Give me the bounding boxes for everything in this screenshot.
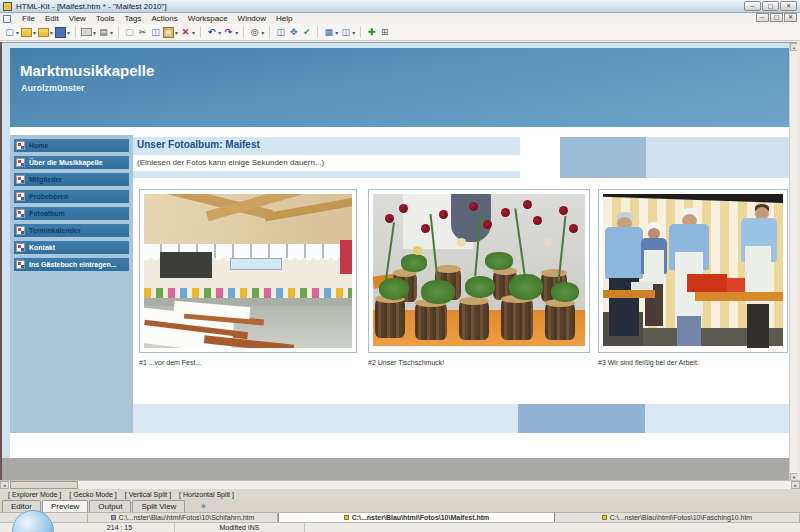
- delete-button[interactable]: ✕▾: [180, 25, 195, 39]
- minimize-button[interactable]: ─: [744, 1, 761, 11]
- vertical-scrollbar[interactable]: ▲ ▼: [789, 43, 797, 480]
- menu-workspace[interactable]: Workspace: [183, 14, 233, 23]
- sidebar-item-label: Über die Musikkapelle: [29, 159, 103, 166]
- print-button[interactable]: ▾: [81, 25, 96, 39]
- broken-image-icon: [16, 175, 25, 184]
- table-grid-button[interactable]: ⊞: [379, 25, 390, 39]
- chevron-down-icon[interactable]: ▾: [261, 29, 264, 36]
- open-file-button[interactable]: ▾: [21, 25, 36, 39]
- toolbar-separator: [75, 26, 76, 38]
- preview-file-icon: ▤: [98, 27, 109, 38]
- page-title: Unser Fotoalbum: Maifest: [137, 139, 260, 150]
- broken-image-icon: [16, 260, 25, 269]
- move-button[interactable]: ✥: [288, 25, 299, 39]
- menu-tools[interactable]: Tools: [91, 14, 120, 23]
- menu-view[interactable]: View: [64, 14, 91, 23]
- split-columns-button[interactable]: ◫: [275, 25, 286, 39]
- menu-bar: File Edit View Tools Tags Actions Worksp…: [0, 13, 800, 24]
- tab-split-view[interactable]: Split View: [132, 500, 185, 512]
- chevron-down-icon[interactable]: ▾: [352, 29, 355, 36]
- broken-image-icon: [16, 243, 25, 252]
- close-button[interactable]: ✕: [780, 1, 797, 11]
- mdi-minimize-button[interactable]: ─: [756, 13, 769, 22]
- photo-art: [509, 274, 543, 300]
- add-button[interactable]: ✚: [366, 25, 377, 39]
- sidebar-item-kontakt[interactable]: Kontakt: [13, 240, 130, 255]
- open-recent-button[interactable]: ▾: [38, 25, 53, 39]
- menu-actions[interactable]: Actions: [146, 14, 182, 23]
- photo-art: [569, 224, 578, 233]
- delete-x-icon: ✕: [180, 27, 191, 38]
- chevron-down-icon[interactable]: ▾: [218, 29, 221, 36]
- maximize-button[interactable]: ▢: [762, 1, 779, 11]
- scroll-left-icon[interactable]: ◄: [0, 481, 9, 489]
- validate-button[interactable]: ✔: [301, 25, 312, 39]
- sidebar-item-terminkalender[interactable]: Terminkalender: [13, 223, 130, 238]
- file-tab-fasching[interactable]: C:\...nster\Blau\html\Fotos\10\Fasching1…: [555, 513, 800, 522]
- photo-art: [603, 290, 655, 298]
- gecko-mode-link[interactable]: [ Gecko Mode ]: [69, 491, 116, 498]
- check-icon: ✔: [301, 27, 312, 38]
- sidebar-item-mitglieder[interactable]: Mitglieder: [13, 172, 130, 187]
- scroll-up-icon[interactable]: ▲: [790, 43, 797, 51]
- photo-frame-2[interactable]: [368, 189, 590, 353]
- horizontal-scrollbar[interactable]: ◄ ►: [0, 480, 800, 489]
- new-document-button[interactable]: ▢▾: [4, 25, 19, 39]
- chevron-down-icon[interactable]: ▾: [235, 29, 238, 36]
- photo-art: [340, 240, 352, 274]
- scroll-right-icon[interactable]: ►: [791, 481, 800, 489]
- photo-art: [543, 238, 552, 247]
- redo-button[interactable]: ↷▾: [223, 25, 238, 39]
- paste-button[interactable]: ▤▾: [163, 25, 178, 39]
- file-path: C:\...nster\Blau\html\Fotos\10\Fasching1…: [610, 514, 752, 521]
- vertical-split-link[interactable]: [ Vertical Split ]: [125, 491, 171, 498]
- sidebar-item-ueber[interactable]: Über die Musikkapelle: [13, 155, 130, 170]
- chevron-down-icon[interactable]: ▾: [93, 29, 96, 36]
- menu-help[interactable]: Help: [271, 14, 297, 23]
- chevron-down-icon[interactable]: ▾: [33, 29, 36, 36]
- browser-panels-button[interactable]: ◫▾: [340, 25, 355, 39]
- cut-button[interactable]: ✂: [137, 25, 148, 39]
- find-button[interactable]: ◎▾: [249, 25, 264, 39]
- blank-page-button[interactable]: ▢: [124, 25, 135, 39]
- sidebar-item-fotoalbum[interactable]: Fotoalbum: [13, 206, 130, 221]
- open-folder-icon: [21, 28, 32, 37]
- chevron-down-icon[interactable]: ▾: [335, 29, 338, 36]
- refresh-preview-icon[interactable]: ✳: [200, 502, 207, 511]
- tab-output[interactable]: Output: [89, 500, 131, 512]
- save-button[interactable]: ▾: [55, 25, 70, 39]
- file-tab-schifahrn[interactable]: C:\...nster\Blau\html\Fotos\10\Schifahrn…: [88, 513, 278, 522]
- chevron-down-icon[interactable]: ▾: [175, 29, 178, 36]
- photo-art: [501, 298, 533, 340]
- menu-window[interactable]: Window: [233, 14, 271, 23]
- mdi-restore-button[interactable]: ▢: [770, 13, 783, 22]
- sidebar-item-home[interactable]: Home: [13, 138, 130, 153]
- copy-button[interactable]: ◫: [150, 25, 161, 39]
- chevron-down-icon[interactable]: ▾: [192, 29, 195, 36]
- scroll-down-icon[interactable]: ▼: [790, 473, 797, 480]
- explorer-mode-link[interactable]: [ Explorer Mode ]: [8, 491, 61, 498]
- chevron-down-icon[interactable]: ▾: [50, 29, 53, 36]
- sidebar-item-gaestebuch[interactable]: Ins Gästebuch eintragen...: [13, 257, 130, 272]
- undo-button[interactable]: ↶▾: [206, 25, 221, 39]
- mdi-close-button[interactable]: ✕: [784, 13, 797, 22]
- horizontal-split-link[interactable]: [ Horizontal Split ]: [179, 491, 234, 498]
- scrollbar-thumb[interactable]: [10, 481, 78, 489]
- chevron-down-icon[interactable]: ▾: [110, 29, 113, 36]
- menu-file[interactable]: File: [17, 14, 40, 23]
- binoculars-icon: ◎: [249, 27, 260, 38]
- chevron-down-icon[interactable]: ▾: [67, 29, 70, 36]
- file-tab-maifest-active[interactable]: C:\...nster\Blau\html\Fotos\10\Maifest.h…: [278, 513, 555, 522]
- chevron-down-icon[interactable]: ▾: [16, 29, 19, 36]
- photo-frame-3[interactable]: [598, 189, 788, 353]
- toolbar-separator: [200, 26, 201, 38]
- sidebar-item-probehoeren[interactable]: Probehören: [13, 189, 130, 204]
- browser-preview-button[interactable]: ▦▾: [323, 25, 338, 39]
- printer-icon: [81, 28, 92, 36]
- photo-art: [401, 254, 427, 272]
- photo-frame-1[interactable]: [139, 189, 357, 353]
- menu-edit[interactable]: Edit: [40, 14, 64, 23]
- menu-tags[interactable]: Tags: [120, 14, 147, 23]
- photo-art: [533, 216, 542, 225]
- preview-file-button[interactable]: ▤▾: [98, 25, 113, 39]
